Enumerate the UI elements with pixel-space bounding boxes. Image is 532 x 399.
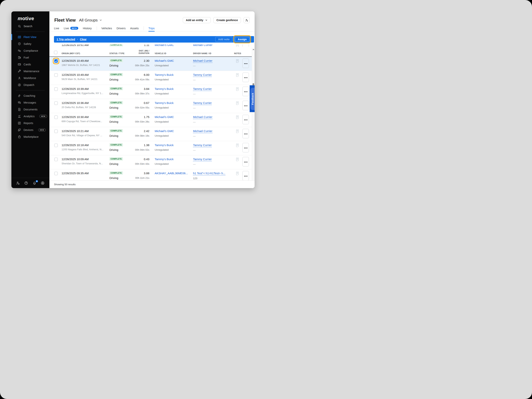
row-checkbox[interactable] (54, 115, 58, 119)
vehicle-link[interactable]: Michael's GMC (155, 44, 174, 47)
driver-link[interactable]: Tammy Currier (193, 158, 212, 161)
column-header-origin[interactable]: ORIGIN (MDY CST) (62, 52, 108, 57)
sidebar-item-devices[interactable]: Devices NEW (11, 127, 49, 133)
driver-link[interactable]: Michael Currier (193, 115, 212, 119)
row-checkbox[interactable] (54, 144, 58, 147)
column-header-distance[interactable]: DIST. (MI) /DURATION (132, 50, 149, 57)
table-row[interactable]: 12/26/2025 10:21 AM540 Dick Rd, Village … (49, 127, 255, 141)
tab-drivers[interactable]: Drivers (116, 26, 126, 32)
sidebar-item-maintenance[interactable]: Maintenance (11, 68, 49, 75)
driver-link[interactable]: Michael Currier (193, 44, 212, 47)
table-row[interactable]: 12/26/2025 09:35 AM COMPLETEDriving 3.88… (49, 169, 255, 180)
tab-live-beta[interactable]: LiveBETA (64, 26, 78, 32)
vehicle-link[interactable]: Michael's GMC (155, 59, 174, 62)
trips-selected-link[interactable]: 1 Trip selected (57, 38, 75, 41)
row-checkbox[interactable] (54, 130, 58, 133)
row-more-button[interactable] (242, 115, 249, 124)
table-row[interactable]: 12/26/2025 10:09 AMSheridan Dr, Town of … (49, 155, 255, 169)
row-more-button[interactable] (242, 171, 249, 180)
sidebar-item-reports[interactable]: Reports (11, 120, 49, 127)
sidebar-item-cards[interactable]: Cards (11, 61, 49, 68)
vehicle-link[interactable]: Tammy's Buick (155, 101, 174, 104)
column-header-status[interactable]: STATUS / TYPE (108, 52, 132, 57)
note-icon[interactable] (236, 158, 239, 162)
row-checkbox[interactable] (54, 158, 58, 161)
tab-live[interactable]: Live (54, 26, 59, 32)
row-checkbox[interactable] (54, 172, 58, 175)
row-checkbox[interactable] (54, 73, 58, 77)
admin-user-button[interactable] (16, 181, 20, 185)
add-note-button[interactable]: Add note (215, 37, 233, 42)
table-scrollbar[interactable] (252, 48, 255, 180)
driver-link[interactable]: h1 Test"< h1>h1Test> h... (193, 171, 225, 175)
row-more-button[interactable] (242, 73, 249, 82)
tab-assets[interactable]: Assets (130, 26, 139, 32)
row-more-button[interactable] (242, 44, 249, 47)
vehicle-link[interactable]: Michael's GMC (155, 129, 174, 133)
sidebar-item-messages[interactable]: Messages (11, 99, 49, 106)
table-row[interactable]: 12/26/2025 10:30 AM699 Cayuga Rd, Town o… (49, 113, 255, 127)
column-header-notes[interactable]: NOTES (234, 52, 241, 57)
vehicle-link[interactable]: Tammy's Buick (155, 73, 174, 76)
note-icon[interactable] (236, 143, 239, 148)
row-checkbox[interactable] (54, 87, 58, 91)
feedback-tab[interactable]: Feedback (250, 85, 255, 112)
row-more-button[interactable] (242, 143, 249, 152)
vehicle-link[interactable]: Tammy's Buick (155, 143, 174, 147)
sidebar-item-marketplace[interactable]: Marketplace (11, 133, 49, 140)
sidebar-item-documents[interactable]: Documents (11, 106, 49, 113)
table-row[interactable]: 12/26/2025 10:49 AM5629 Main St, Buffalo… (49, 71, 255, 85)
group-filter-dropdown[interactable]: All Groups (79, 18, 102, 22)
table-row[interactable]: 12/26/2025 10:18 AM1205 Niagara Falls Bl… (49, 141, 255, 155)
column-header-driver[interactable]: DRIVER NAME / ID (191, 52, 234, 57)
vehicle-link[interactable]: AKSHAY_AABL36ME06... (155, 171, 188, 175)
sidebar-item-analytics[interactable]: Analytics NEW (11, 113, 49, 120)
driver-link[interactable]: Tammy Currier (193, 87, 212, 91)
vehicle-link[interactable]: Tammy's Buick (155, 87, 174, 90)
row-more-button[interactable] (242, 101, 249, 110)
vehicle-link[interactable]: Michael's GMC (155, 115, 174, 119)
sidebar-item-workforce[interactable]: Workforce (11, 75, 49, 82)
note-icon[interactable] (236, 171, 239, 176)
row-checkbox[interactable] (54, 59, 58, 63)
note-icon[interactable] (236, 101, 239, 106)
driver-link[interactable]: Tammy Currier (193, 143, 212, 147)
scrollbar-up-arrow-icon[interactable] (253, 49, 254, 50)
table-row[interactable]: 12/26/2025 10:49 AM1967 Wehrle Dr, Buffa… (49, 57, 255, 71)
sidebar-item-compliance[interactable]: Compliance (11, 47, 49, 54)
manage-users-button[interactable] (244, 17, 250, 23)
notifications-button[interactable]: 9 (32, 181, 37, 185)
select-all-checkbox[interactable] (54, 51, 57, 54)
help-button[interactable] (24, 181, 28, 185)
row-more-button[interactable] (242, 129, 249, 138)
row-more-button[interactable] (242, 87, 249, 96)
table-row[interactable]: 12/26/2025 10:39 AMLongmeadow Rd, Eggert… (49, 85, 255, 99)
note-icon[interactable] (236, 87, 239, 92)
sidebar-item-fleet-view[interactable]: Fleet View (11, 34, 49, 40)
tab-vehicles[interactable]: Vehicles (101, 26, 112, 32)
note-icon[interactable] (236, 129, 239, 134)
sidebar-item-dispatch[interactable]: Dispatch (11, 82, 49, 88)
profile-button[interactable] (41, 181, 45, 185)
driver-link[interactable]: Michael Currier (193, 129, 212, 133)
driver-link[interactable]: Tammy Currier (193, 101, 212, 105)
driver-link[interactable]: Michael Currier (193, 59, 212, 63)
assign-button[interactable]: Assign (235, 37, 249, 42)
driver-link[interactable]: Tammy Currier (193, 73, 212, 77)
sidebar-item-safety[interactable]: Safety (11, 40, 49, 47)
sidebar-item-coaching[interactable]: Coaching (11, 92, 49, 99)
tab-history[interactable]: History (83, 26, 92, 32)
sidebar-item-search[interactable]: Search (11, 23, 49, 30)
create-geofence-button[interactable]: Create geofence (213, 17, 241, 23)
row-checkbox[interactable] (54, 101, 58, 105)
clear-selection-link[interactable]: Clear (80, 38, 87, 41)
note-icon[interactable] (236, 59, 239, 64)
tab-trips[interactable]: Trips (148, 26, 155, 32)
note-icon[interactable] (236, 73, 239, 78)
column-header-vehicle[interactable]: VEHICLE ID (149, 52, 191, 57)
table-row[interactable]: 12/26/2025 10:36 AM20 Delta Rd, Buffalo,… (49, 99, 255, 113)
add-entity-button[interactable]: Add an entity (183, 17, 211, 23)
row-more-button[interactable] (242, 58, 249, 68)
vehicle-link[interactable]: Tammy's Buick (155, 158, 174, 161)
row-more-button[interactable] (242, 157, 249, 166)
